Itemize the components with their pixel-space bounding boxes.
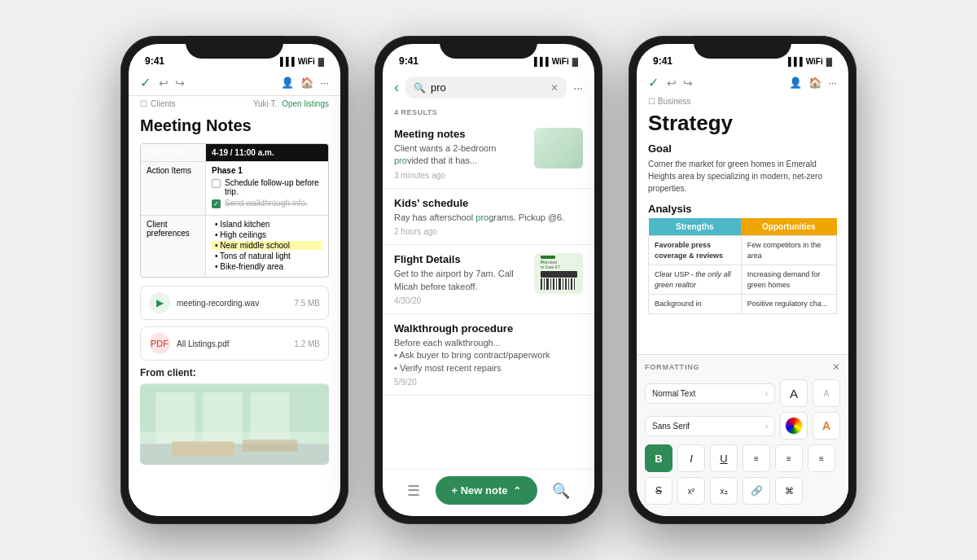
italic-button[interactable]: I: [677, 444, 705, 472]
opportunity-1: Few competitors in the area: [741, 236, 836, 265]
client-prefs-value: • Island kitchen • High ceilings • Near …: [206, 216, 328, 277]
checkbox-box-2[interactable]: ✓: [212, 199, 221, 208]
status-icons-3: ▐▐▐ WiFi ▓: [785, 57, 832, 66]
attachment-audio[interactable]: ▶ meeting-recording.wav 7.5 MB: [140, 286, 329, 320]
pref-3: • Near middle school: [212, 241, 322, 250]
superscript-button[interactable]: x²: [677, 477, 705, 505]
redo-icon-3[interactable]: ↪: [683, 77, 693, 90]
search-clear-icon[interactable]: ✕: [550, 82, 559, 94]
from-client-label: From client:: [140, 367, 329, 378]
normal-text-label: Normal Text: [652, 389, 695, 398]
strength-1: Favorable press coverage & reviews: [649, 236, 742, 265]
audio-icon: ▶: [149, 292, 170, 313]
pref-1: • Island kitchen: [212, 220, 322, 229]
increase-font-button[interactable]: A: [780, 379, 808, 407]
svg-rect-25: [574, 278, 575, 290]
undo-icon[interactable]: ↩: [159, 77, 169, 90]
undo-icon-3[interactable]: ↩: [667, 77, 677, 90]
highlight-2: pro: [475, 212, 488, 222]
search-more-icon[interactable]: ···: [573, 81, 583, 94]
result-snippet-4: Before each walkthrough...• Ask buyer to…: [394, 337, 583, 374]
status-icons-1: ▐▐▐ WiFi ▓: [277, 57, 324, 66]
strikethrough-button[interactable]: S: [645, 477, 673, 505]
font-color-button[interactable]: A: [813, 412, 840, 440]
profile-icon-3[interactable]: 👤: [789, 77, 802, 89]
more-icon-3[interactable]: ···: [828, 77, 837, 89]
breadcrumb-3: ☐ Business: [637, 95, 848, 107]
pdf-icon: PDF: [149, 333, 170, 354]
result-thumb-1: [534, 128, 583, 168]
result-thumb-3: Pro ceed to Gate E7: [534, 253, 583, 294]
opportunity-3: Positive regulatory cha...: [741, 295, 836, 314]
swot-row-2: Clear USP - the only all green realtor I…: [649, 265, 837, 295]
result-item-4[interactable]: Walkthrough procedure Before each walkth…: [383, 314, 594, 396]
result-item-1[interactable]: Meeting notes Client wants a 2-bedroom p…: [383, 120, 594, 189]
home-icon-3[interactable]: 🏠: [808, 77, 821, 89]
swot-row-3: Background in Positive regulatory cha...: [649, 295, 837, 314]
back-button[interactable]: ‹: [394, 79, 399, 96]
sans-serif-selector[interactable]: Sans Serif ›: [645, 416, 775, 436]
subscript-button[interactable]: x₂: [710, 477, 738, 505]
strength-3: Background in: [649, 295, 742, 314]
link-button[interactable]: 🔗: [743, 477, 770, 505]
checkbox-1[interactable]: Schedule follow-up before trip.: [212, 178, 322, 196]
checkbox-2[interactable]: ✓ Send walkthrough info.: [212, 199, 322, 208]
signal-icon-2: ▐▐▐: [531, 57, 548, 66]
special-char-button[interactable]: ⌘: [775, 477, 803, 505]
svg-rect-20: [559, 278, 561, 290]
svg-rect-2: [156, 392, 195, 448]
result-text-1: Meeting notes Client wants a 2-bedroom p…: [394, 128, 526, 180]
new-note-label: + New note: [452, 484, 508, 497]
normal-text-selector[interactable]: Normal Text ›: [645, 383, 775, 404]
result-snippet-2: Ray has afterschool programs. Pickup @6.: [394, 212, 583, 224]
align-right-button[interactable]: ≡: [808, 444, 835, 472]
svg-rect-24: [571, 278, 572, 290]
profile-icon[interactable]: 👤: [281, 77, 294, 89]
chevron-up-icon: ⌃: [513, 485, 521, 497]
battery-icon: ▓: [318, 57, 324, 66]
formatting-panel: FORMATTING ✕ Normal Text › A A Sans Seri…: [637, 354, 848, 516]
bold-button[interactable]: B: [645, 444, 673, 472]
result-item-2[interactable]: Kids' schedule Ray has afterschool progr…: [383, 189, 594, 245]
svg-rect-6: [172, 441, 234, 455]
search-bottom-icon[interactable]: 🔍: [552, 482, 570, 500]
underline-button[interactable]: U: [710, 444, 738, 472]
client-prefs-label: Client preferences: [141, 216, 206, 277]
align-left-button[interactable]: ≡: [743, 444, 770, 472]
formatting-close-icon[interactable]: ✕: [832, 361, 840, 373]
opportunities-header: Opportunities: [741, 218, 836, 236]
search-bar[interactable]: 🔍 pro ✕: [405, 77, 567, 98]
decrease-font-button[interactable]: A: [813, 379, 840, 407]
check-icon-1[interactable]: ✓: [140, 75, 151, 90]
search-input-text[interactable]: pro: [431, 81, 545, 94]
notch-2: [440, 36, 537, 59]
action-items-row: Action Items Phase 1 Schedule follow-up …: [141, 162, 328, 216]
checkbox-box-1[interactable]: [212, 179, 221, 188]
breadcrumb-label-3[interactable]: Business: [658, 97, 691, 106]
right-icons-3: 👤 🏠 ···: [789, 77, 837, 89]
breadcrumb-label[interactable]: Clients: [151, 99, 176, 108]
result-item-3[interactable]: Flight Details Get to the airport by 7am…: [383, 245, 594, 314]
pref-4: • Tons of natural light: [212, 252, 322, 260]
note-body: Meeting Notes Date/Time 4-19 / 11:00 a.m…: [129, 112, 340, 516]
attachment-pdf[interactable]: PDF All Listings.pdf 1.2 MB: [140, 326, 329, 361]
sans-serif-label: Sans Serif: [652, 422, 690, 431]
open-listings-label[interactable]: Open listings: [282, 99, 329, 108]
status-icons-2: ▐▐▐ WiFi ▓: [531, 57, 578, 66]
meeting-table: Date/Time 4-19 / 11:00 a.m. Action Items…: [140, 143, 329, 278]
new-note-button[interactable]: + New note ⌃: [436, 476, 537, 505]
align-center-button[interactable]: ≡: [775, 444, 803, 472]
swot-row-1: Favorable press coverage & reviews Few c…: [649, 236, 837, 265]
pref-2: • High ceilings: [212, 230, 322, 239]
more-icon[interactable]: ···: [320, 77, 329, 89]
redo-icon[interactable]: ↪: [175, 77, 185, 90]
breadcrumb-icon-3: ☐: [648, 97, 655, 106]
nav-icons-3: ↩ ↪: [667, 77, 693, 90]
signal-icon-3: ▐▐▐: [785, 57, 802, 66]
svg-text:to Gate E7: to Gate E7: [541, 265, 560, 269]
hamburger-icon[interactable]: ☰: [407, 482, 420, 500]
result-date-3: 4/30/20: [394, 296, 526, 305]
color-picker-button[interactable]: [780, 412, 808, 440]
check-icon-3[interactable]: ✓: [648, 75, 659, 90]
home-icon[interactable]: 🏠: [300, 77, 313, 89]
